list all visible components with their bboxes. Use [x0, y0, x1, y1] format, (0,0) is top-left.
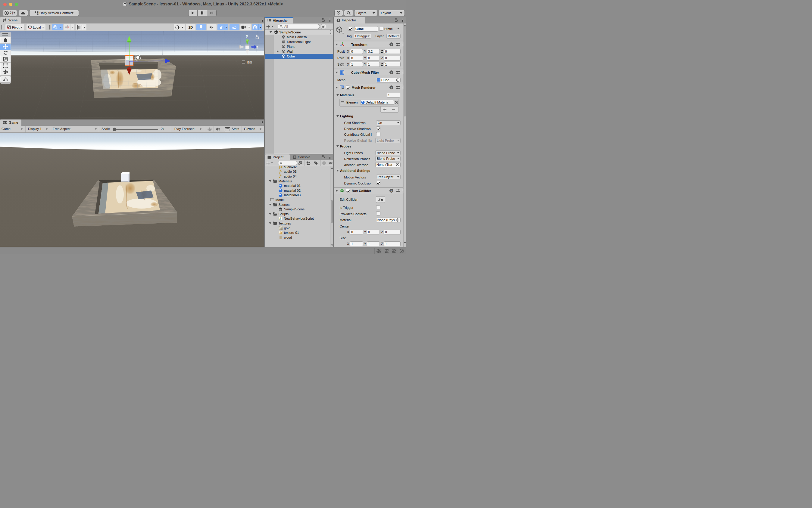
- svg-text:y: y: [246, 33, 248, 38]
- svg-text:#: #: [279, 217, 281, 220]
- svg-text:Iso: Iso: [247, 60, 252, 65]
- svg-text:z: z: [256, 45, 259, 49]
- svg-text:Y: Y: [55, 28, 56, 30]
